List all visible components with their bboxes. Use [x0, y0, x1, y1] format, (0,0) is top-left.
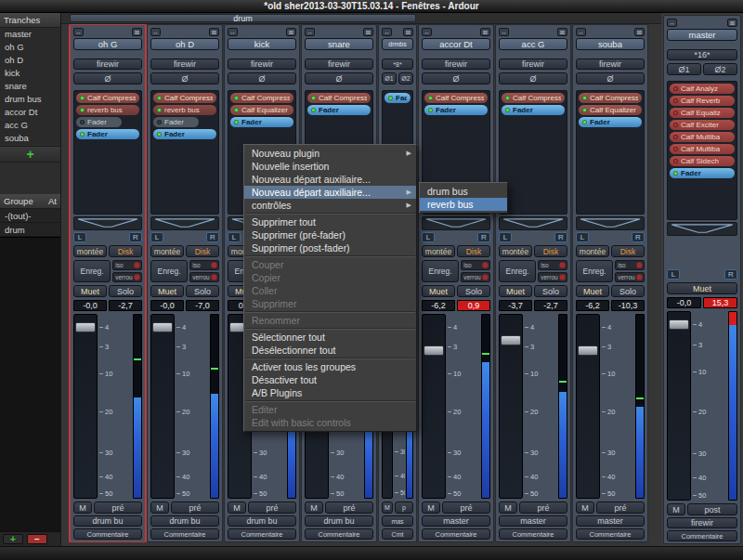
processor-box[interactable]: Calf Compressreverb busFaderFader — [150, 90, 219, 215]
strip-hide-icon[interactable]: ⊠ — [286, 28, 296, 36]
gain-fader[interactable] — [73, 314, 98, 499]
processor-fader[interactable]: Fader — [153, 129, 216, 139]
gain-fader[interactable] — [499, 314, 523, 499]
mute-button[interactable]: Muet — [576, 285, 609, 297]
monitor-input-button[interactable]: montée — [422, 245, 455, 257]
gain-display[interactable]: -0,0 — [150, 300, 184, 311]
processor-active-led[interactable] — [80, 96, 85, 100]
fader-handle[interactable] — [152, 322, 173, 332]
processor-active-led[interactable] — [673, 86, 678, 91]
strip-width-icon[interactable]: ↔ — [422, 28, 432, 36]
monitor-disk-button[interactable]: Disk — [109, 245, 142, 257]
meter-point-button[interactable]: post — [687, 503, 737, 515]
output-button[interactable]: mas — [382, 515, 413, 527]
strip-hide-icon[interactable]: ⊠ — [480, 28, 490, 36]
pan-widget[interactable] — [73, 216, 142, 230]
pan-left-label[interactable]: L — [422, 232, 435, 242]
processor-calf-multiba[interactable]: Calf Multiba — [670, 144, 735, 154]
processor-active-led[interactable] — [673, 159, 678, 163]
comment-button[interactable]: Commentaire — [73, 528, 142, 540]
processor-active-led[interactable] — [428, 96, 433, 100]
processor-active-led[interactable] — [80, 132, 85, 137]
processor-active-led[interactable] — [505, 108, 510, 112]
phase-button[interactable]: Ø — [150, 72, 219, 85]
output-button[interactable]: firewir — [667, 517, 737, 528]
processor-active-led[interactable] — [505, 96, 510, 100]
processor-active-led[interactable] — [157, 108, 162, 112]
phase-button[interactable]: Ø2 — [398, 72, 413, 85]
processor-box[interactable]: Calf CompressCalf EqualizerFader — [576, 90, 645, 215]
comment-button[interactable]: Commentaire — [576, 528, 645, 540]
pan-left-label[interactable]: L — [499, 232, 512, 242]
phase-button[interactable]: Ø1 — [382, 72, 397, 85]
strip-hide-icon[interactable]: ⊠ — [209, 28, 219, 36]
output-button[interactable]: drum bu — [150, 515, 219, 527]
peak-display[interactable]: -2,7 — [109, 300, 142, 311]
processor-calf-compress[interactable]: Calf Compress — [230, 93, 293, 103]
phase-button[interactable]: Ø — [499, 72, 567, 85]
menu-item[interactable]: Couper — [244, 258, 416, 271]
phase-button[interactable]: Ø — [73, 72, 142, 85]
solo-lock-indicator[interactable]: verrou — [112, 272, 142, 282]
metering-button[interactable]: M — [150, 501, 169, 514]
processor-active-led[interactable] — [673, 123, 678, 127]
solo-button[interactable]: Solo — [534, 285, 567, 297]
gain-display[interactable]: -6,2 — [576, 300, 609, 311]
strip-width-icon[interactable]: ↔ — [305, 28, 315, 36]
processor-active-led[interactable] — [673, 147, 678, 151]
gain-fader[interactable] — [576, 314, 600, 499]
processor-active-led[interactable] — [428, 108, 433, 112]
strip-name-button[interactable]: acc G — [499, 38, 567, 50]
solo-lock-indicator[interactable]: verrou — [615, 272, 645, 282]
peak-display[interactable]: -2,7 — [534, 300, 567, 311]
menu-item[interactable]: Edit with basic controls — [244, 416, 416, 429]
processor-fader[interactable]: Fader — [579, 117, 642, 127]
menu-item[interactable]: Supprimer — [244, 297, 416, 310]
processor-fader[interactable]: Fader — [670, 168, 735, 178]
pan-right-label[interactable]: R — [554, 232, 567, 242]
strip-hide-icon[interactable]: ⊠ — [363, 28, 373, 36]
processor-active-led[interactable] — [311, 108, 316, 112]
processor-active-led[interactable] — [80, 108, 85, 112]
record-arm-button[interactable]: Enreg. — [73, 260, 111, 282]
solo-isolate-indicator[interactable]: iso — [189, 260, 219, 270]
strip-hide-icon[interactable]: ⊠ — [132, 28, 142, 36]
strip-input-button[interactable]: firewir — [499, 59, 567, 70]
menu-item[interactable]: Supprimer (post-fader) — [244, 241, 416, 254]
menu-item[interactable]: Désélectionner tout — [244, 344, 416, 357]
menu-item[interactable]: Editer — [244, 403, 416, 416]
processor-calf-compress[interactable]: Calf Compress — [153, 93, 216, 103]
strip-name-button[interactable]: accor Dt — [422, 38, 490, 50]
tranche-item[interactable]: oh D — [0, 54, 60, 67]
fader-handle[interactable] — [578, 345, 598, 356]
pan-left-label[interactable]: L — [576, 232, 589, 242]
pan-widget[interactable] — [150, 216, 219, 230]
menu-item[interactable]: Désactiver tout — [244, 373, 416, 386]
strip-width-icon[interactable]: ↔ — [150, 28, 161, 36]
tranche-item[interactable]: kick — [0, 67, 60, 80]
strip-width-icon[interactable]: ↔ — [499, 28, 509, 36]
strip-hide-icon[interactable]: ⊠ — [403, 28, 413, 36]
phase-button[interactable]: Ø — [228, 72, 296, 85]
processor-active-led[interactable] — [157, 96, 162, 100]
pan-right-label[interactable]: R — [632, 232, 645, 242]
strip-name-button[interactable]: drmbs — [382, 38, 413, 50]
menu-item[interactable]: contrôles▶ — [244, 199, 416, 212]
menu-item[interactable]: Copier — [244, 271, 416, 284]
gain-display[interactable]: -0,0 — [73, 300, 107, 311]
strip-name-button[interactable]: oh G — [73, 38, 142, 50]
pan-left-label[interactable]: L — [228, 232, 241, 242]
metering-button[interactable]: M — [228, 501, 246, 514]
pan-right-label[interactable]: R — [724, 269, 737, 280]
strip-input-button[interactable]: firewir — [73, 59, 142, 70]
comment-button[interactable]: Cmt — [382, 528, 413, 540]
pan-right-label[interactable]: R — [477, 232, 490, 242]
solo-button[interactable]: Solo — [611, 285, 645, 297]
strip-hide-icon[interactable]: ⊠ — [557, 28, 567, 36]
menu-item[interactable]: Coller — [244, 284, 416, 297]
menu-item[interactable]: Nouveau départ auxiliaire... — [244, 173, 416, 186]
mute-button[interactable]: Muet — [422, 285, 455, 297]
add-track-button[interactable]: + — [0, 146, 60, 163]
meter-point-button[interactable]: pré — [519, 501, 567, 514]
processor-reverb-bus[interactable]: reverb bus — [153, 105, 216, 115]
